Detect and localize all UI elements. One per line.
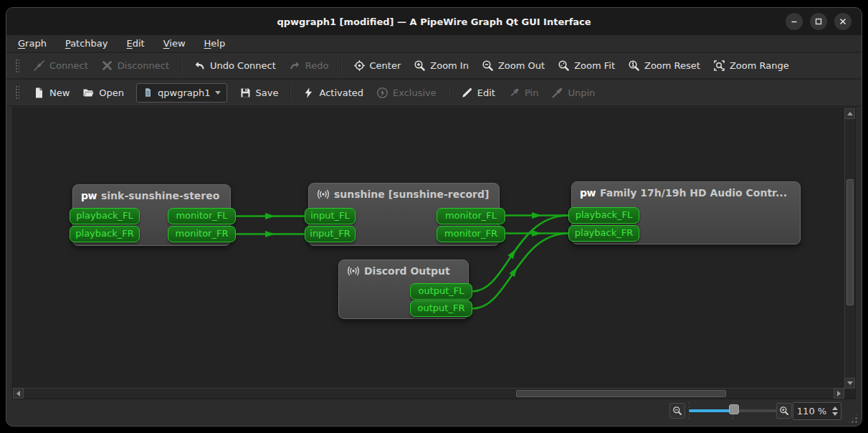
scroll-up-icon <box>847 112 853 115</box>
unpin-icon <box>551 87 563 99</box>
scroll-up-button[interactable] <box>844 108 855 119</box>
scroll-right-button[interactable] <box>834 388 844 399</box>
statusbar: 110 % <box>6 399 862 427</box>
port-input-fr[interactable]: input_FR <box>305 226 356 242</box>
save-icon <box>239 87 252 99</box>
zoom-in-button[interactable]: Zoom In <box>407 57 475 75</box>
audio-record-icon <box>317 189 330 200</box>
menu-patchbay[interactable]: Patchbay <box>65 38 108 49</box>
titlebar: qpwgraph1 [modified] — A PipeWire Graph … <box>6 8 862 35</box>
zoom-range-icon <box>713 60 725 72</box>
zoom-reset-icon <box>628 60 640 72</box>
node-title: pw sink-sunshine-stereo <box>81 190 219 201</box>
port-playback-fr[interactable]: playback_FR <box>70 226 140 242</box>
close-button[interactable] <box>834 13 852 30</box>
vertical-scrollbar[interactable] <box>844 108 855 389</box>
port-monitor-fl[interactable]: monitor_FL <box>437 208 505 224</box>
redo-button[interactable]: Redo <box>282 57 335 75</box>
spin-buttons[interactable] <box>830 406 841 416</box>
port-playback-fr[interactable]: playback_FR <box>568 225 639 242</box>
port-output-fl[interactable]: output_FL <box>410 283 472 300</box>
exclusive-icon <box>376 87 388 99</box>
undo-icon <box>194 60 206 72</box>
undo-connect-button[interactable]: Undo Connect <box>187 57 282 75</box>
menu-edit[interactable]: Edit <box>127 38 145 49</box>
patchbay-combo[interactable]: qpwgraph1 <box>136 83 226 103</box>
pin-icon <box>508 87 520 99</box>
toolbar-separator <box>290 85 291 100</box>
audio-record-icon <box>347 265 360 277</box>
statusbar-zoom-in-button[interactable] <box>776 403 792 419</box>
zoom-fit-button[interactable]: Zoom Fit <box>551 57 621 75</box>
minimize-button[interactable] <box>786 13 803 30</box>
toolbar-drag-handle[interactable] <box>15 59 19 73</box>
patchbay-file-icon <box>143 87 153 98</box>
arrow-icon <box>509 265 520 277</box>
node-title: Discord Output <box>347 265 450 277</box>
toolbar-separator <box>448 85 449 100</box>
center-button[interactable]: Center <box>347 57 408 75</box>
zoom-percent-value[interactable]: 110 % <box>793 406 830 417</box>
scroll-right-icon <box>837 391 841 396</box>
spin-down-icon <box>832 412 838 416</box>
patchbay-combo-value: qpwgraph1 <box>158 87 210 98</box>
window-title: qpwgraph1 [modified] — A PipeWire Graph … <box>277 16 591 27</box>
resize-grip[interactable] <box>847 413 859 424</box>
horizontal-scrollbar-thumb[interactable] <box>516 390 726 397</box>
port-playback-fl[interactable]: playback_FL <box>568 207 639 224</box>
scroll-down-button[interactable] <box>844 378 855 389</box>
scroll-left-icon <box>16 391 20 396</box>
menu-view[interactable]: View <box>163 38 186 49</box>
port-monitor-fl[interactable]: monitor_FL <box>168 208 236 224</box>
port-output-fr[interactable]: output_FR <box>410 300 472 317</box>
arrow-icon <box>507 247 518 260</box>
exclusive-button[interactable]: Exclusive <box>370 84 443 102</box>
menu-graph[interactable]: Graph <box>18 38 47 49</box>
unpin-button[interactable]: Unpin <box>545 84 601 102</box>
horizontal-scrollbar[interactable] <box>13 388 844 399</box>
redo-icon <box>289 60 301 72</box>
node-title: pw Family 17h/19h HD Audio Contr... <box>580 187 787 199</box>
zoom-slider[interactable] <box>689 399 778 422</box>
menu-help[interactable]: Help <box>204 38 226 49</box>
connections-layer <box>13 108 856 399</box>
zoom-range-button[interactable]: Zoom Range <box>707 57 796 75</box>
vertical-scrollbar-thumb[interactable] <box>846 179 854 305</box>
zoom-in-icon <box>414 60 426 72</box>
new-file-icon <box>33 87 45 99</box>
connect-button[interactable]: Connect <box>27 57 95 75</box>
port-monitor-fr[interactable]: monitor_FR <box>168 226 236 242</box>
activated-button[interactable]: Activated <box>296 84 370 102</box>
zoom-slider-handle[interactable] <box>729 404 739 414</box>
graph-canvas[interactable]: pw sink-sunshine-stereo sunshine [sunshi… <box>12 108 856 399</box>
pipewire-icon: pw <box>580 187 596 199</box>
statusbar-zoom-out-button[interactable] <box>669 403 685 419</box>
open-button[interactable]: Open <box>76 84 130 102</box>
toolbar-graph: Connect Disconnect Undo Connect Redo Cen… <box>6 53 862 80</box>
scroll-left-button[interactable] <box>13 388 24 399</box>
arrow-icon <box>532 212 542 219</box>
port-playback-fl[interactable]: playback_FL <box>70 208 140 224</box>
port-input-fl[interactable]: input_FL <box>305 208 356 224</box>
minimize-icon <box>790 17 798 26</box>
save-button[interactable]: Save <box>233 84 285 102</box>
close-icon <box>839 17 847 26</box>
open-folder-icon <box>82 87 95 99</box>
disconnect-button[interactable]: Disconnect <box>95 57 176 75</box>
zoom-in-icon <box>779 406 789 416</box>
zoom-reset-button[interactable]: Zoom Reset <box>621 57 707 75</box>
maximize-icon <box>814 17 823 26</box>
port-monitor-fr[interactable]: monitor_FR <box>437 226 505 242</box>
zoom-out-button[interactable]: Zoom Out <box>475 57 551 75</box>
toolbar-drag-handle[interactable] <box>15 85 19 100</box>
maximize-button[interactable] <box>810 13 827 30</box>
toolbar-patchbay: New Open qpwgraph1 Save Activated Exclus… <box>6 80 862 107</box>
edit-button[interactable]: Edit <box>454 84 502 102</box>
pin-button[interactable]: Pin <box>502 84 545 102</box>
new-button[interactable]: New <box>27 84 76 102</box>
toolbar-separator <box>181 58 182 74</box>
zoom-fit-icon <box>558 60 570 72</box>
zoom-percent-spinbox[interactable]: 110 % <box>793 402 841 420</box>
connect-icon <box>33 60 45 72</box>
arrow-icon <box>265 213 275 219</box>
